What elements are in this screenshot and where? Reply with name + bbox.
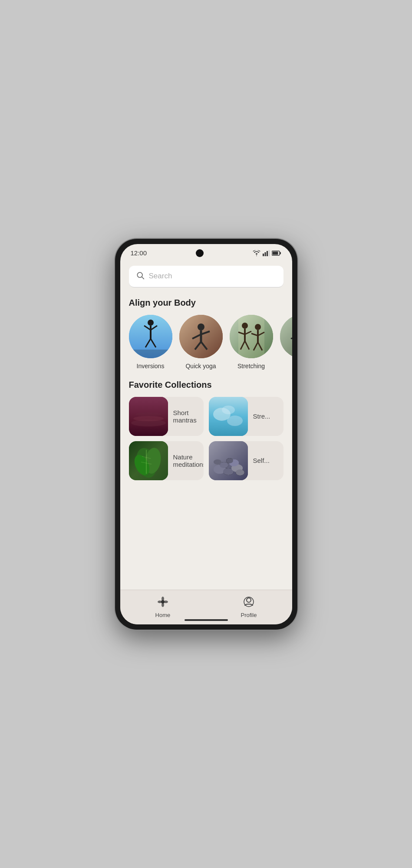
- battery-icon: [272, 251, 281, 256]
- svg-rect-6: [273, 251, 278, 254]
- nature-thumb: [129, 441, 168, 480]
- stretching-label: Stretching: [237, 363, 265, 370]
- self-thumb: [209, 441, 248, 480]
- quick-yoga-label: Quick yoga: [185, 363, 216, 370]
- svg-rect-5: [280, 252, 281, 254]
- search-container: Search: [120, 261, 292, 294]
- svg-point-80: [162, 597, 164, 601]
- status-icons: [253, 250, 281, 256]
- bottom-nav: Home Profile: [120, 590, 292, 624]
- svg-line-8: [142, 277, 144, 279]
- home-indicator: [185, 619, 228, 621]
- svg-point-32: [255, 324, 261, 330]
- nav-profile[interactable]: Profile: [231, 593, 267, 622]
- collection-card-mantras[interactable]: Short mantras: [129, 397, 204, 436]
- signal-icon: [263, 250, 270, 256]
- collections-section: Favorite Collections: [120, 376, 292, 480]
- tabata-image: [280, 315, 292, 358]
- collection-card-self[interactable]: Self...: [209, 441, 283, 480]
- nav-home[interactable]: Home: [145, 593, 181, 622]
- svg-rect-3: [269, 250, 270, 256]
- profile-icon: [243, 596, 254, 610]
- svg-point-53: [227, 416, 243, 426]
- align-body-section: Align your Body: [120, 294, 292, 370]
- svg-point-82: [158, 601, 162, 603]
- search-bar[interactable]: Search: [129, 266, 283, 287]
- svg-point-10: [148, 320, 154, 326]
- svg-rect-2: [267, 251, 268, 256]
- svg-point-78: [226, 458, 233, 463]
- status-time: 12:00: [131, 249, 147, 257]
- search-icon: [136, 271, 145, 282]
- svg-rect-38: [280, 315, 292, 358]
- camera-notch: [196, 249, 204, 257]
- align-body-title: Align your Body: [120, 294, 292, 315]
- mantras-label: Short mantras: [168, 409, 204, 424]
- svg-rect-25: [238, 315, 264, 358]
- svg-point-54: [222, 406, 235, 414]
- home-label: Home: [155, 612, 171, 618]
- svg-point-49: [133, 416, 164, 421]
- stretching-image: [230, 315, 273, 358]
- stre-thumb: [209, 397, 248, 436]
- svg-rect-16: [129, 350, 172, 358]
- svg-rect-0: [263, 254, 264, 256]
- body-item-stretching[interactable]: Stretching: [230, 315, 273, 370]
- stre-label: Stre...: [248, 413, 276, 420]
- svg-point-77: [236, 469, 244, 475]
- svg-point-26: [242, 323, 248, 329]
- mantras-thumb: [129, 397, 168, 436]
- body-items-scroll[interactable]: Inversions: [120, 315, 292, 370]
- body-item-quick-yoga[interactable]: Quick yoga: [179, 315, 223, 370]
- svg-point-81: [162, 603, 164, 607]
- quick-yoga-image: [179, 315, 223, 358]
- collections-grid: Short mantras: [120, 397, 292, 480]
- home-icon: [157, 596, 168, 610]
- inversions-label: Inversions: [137, 363, 165, 370]
- spacer: [120, 480, 292, 498]
- svg-point-50: [135, 412, 162, 416]
- self-label: Self...: [248, 457, 275, 464]
- svg-point-18: [198, 323, 204, 330]
- collection-card-stre[interactable]: Stre...: [209, 397, 283, 436]
- nature-label: Nature meditations: [168, 453, 204, 468]
- phone-screen: 12:00: [120, 244, 292, 624]
- inversions-image: [129, 315, 172, 358]
- scroll-content[interactable]: Search Align your Body: [120, 261, 292, 624]
- body-item-tabata[interactable]: Tabata: [280, 315, 292, 370]
- status-bar: 12:00: [120, 244, 292, 261]
- wifi-icon: [253, 250, 260, 256]
- svg-point-84: [247, 598, 251, 602]
- svg-point-83: [164, 601, 168, 603]
- collection-card-nature[interactable]: Nature meditations: [129, 441, 204, 480]
- search-placeholder: Search: [149, 272, 277, 281]
- collections-title: Favorite Collections: [120, 376, 292, 397]
- profile-label: Profile: [241, 612, 257, 618]
- body-item-inversions[interactable]: Inversions: [129, 315, 172, 370]
- phone-frame: 12:00: [115, 239, 297, 630]
- svg-rect-1: [265, 252, 266, 256]
- svg-point-76: [214, 459, 221, 465]
